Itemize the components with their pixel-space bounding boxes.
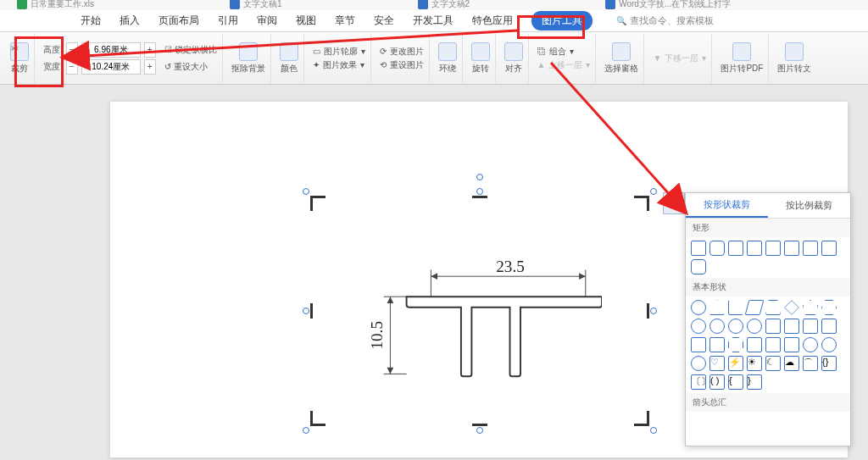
shape-arc[interactable]: ⌒: [803, 356, 818, 371]
tab-security[interactable]: 安全: [374, 14, 394, 28]
shape[interactable]: [747, 319, 762, 334]
remove-bg-button[interactable]: 抠除背景: [226, 34, 271, 83]
picture-outline-button[interactable]: ▭ 图片轮廓 ▾: [313, 46, 365, 58]
shape[interactable]: [821, 337, 837, 352]
shape-moon[interactable]: ☾: [765, 356, 781, 371]
shape-rect[interactable]: [747, 241, 762, 256]
resize-handle[interactable]: [476, 427, 483, 434]
resize-handle[interactable]: [303, 427, 309, 434]
shape-triangle[interactable]: [709, 300, 725, 315]
selected-image[interactable]: 23.5 10.5: [307, 192, 653, 430]
tab-devtools[interactable]: 开发工具: [413, 14, 453, 28]
width-dec[interactable]: −: [66, 59, 78, 75]
lock-ratio-checkbox[interactable]: ☑ 锁定纵横比: [164, 44, 217, 56]
tab-reference[interactable]: 引用: [218, 14, 238, 28]
shape-bracket[interactable]: ( ): [709, 374, 725, 390]
shape[interactable]: [821, 319, 837, 334]
shape-bracket[interactable]: 〔〕: [691, 374, 706, 390]
crop-button[interactable]: ✂ 裁剪: [5, 34, 35, 83]
rotate-button[interactable]: 旋转: [466, 34, 496, 83]
shape-cloud[interactable]: ☁: [784, 356, 799, 371]
tab-view[interactable]: 视图: [296, 14, 316, 28]
width-input[interactable]: [81, 59, 141, 75]
height-dec[interactable]: −: [66, 42, 78, 58]
crop-by-ratio-tab[interactable]: 按比例裁剪: [768, 193, 850, 218]
shape-rect[interactable]: [691, 259, 706, 274]
color-button[interactable]: 颜色: [275, 34, 304, 83]
shape[interactable]: [709, 337, 725, 352]
shape-bracket[interactable]: }: [747, 374, 762, 390]
tab-chapter[interactable]: 章节: [335, 14, 355, 28]
shape[interactable]: [803, 319, 818, 334]
shape-rect[interactable]: [691, 241, 706, 256]
shape[interactable]: [765, 337, 781, 352]
tab-start[interactable]: 开始: [81, 14, 101, 28]
tab-review[interactable]: 审阅: [257, 14, 277, 28]
tab-insert[interactable]: 插入: [120, 14, 140, 28]
shape-rect[interactable]: [803, 241, 818, 256]
up-layer-button[interactable]: ▲ 上移一层 ▾: [537, 59, 591, 71]
shape[interactable]: [728, 319, 743, 334]
tab-special[interactable]: 特色应用: [472, 14, 513, 28]
shape[interactable]: [784, 337, 799, 352]
reset-picture-button[interactable]: ⟲ 重设图片: [380, 59, 424, 71]
wrap-button[interactable]: 环绕: [433, 34, 463, 83]
shape[interactable]: [784, 319, 799, 334]
shape-hexagon[interactable]: [821, 300, 837, 315]
shape-lightning[interactable]: ⚡: [728, 356, 743, 371]
picture-effects-button[interactable]: ✦ 图片效果 ▾: [313, 59, 364, 71]
to-pdf-button[interactable]: 图片转PDF: [715, 34, 769, 83]
shape[interactable]: [691, 337, 706, 352]
shape-rect[interactable]: [765, 241, 781, 256]
resize-handle[interactable]: [650, 308, 657, 314]
shape[interactable]: [728, 337, 743, 352]
shape-oval[interactable]: [691, 300, 706, 315]
doc-tab-2[interactable]: 文字文稿1: [230, 0, 282, 10]
shape-pentagon[interactable]: [803, 300, 818, 315]
command-search[interactable]: 查找命令、搜索模板: [616, 14, 714, 27]
shape-trapezoid[interactable]: [765, 300, 781, 315]
rotate-icon: [471, 42, 490, 61]
align-button[interactable]: 对齐: [499, 34, 529, 83]
selection-pane-button[interactable]: 选择窗格: [599, 34, 644, 83]
shape[interactable]: [691, 319, 706, 334]
shape-bracket[interactable]: {}: [821, 356, 837, 371]
to-text-button[interactable]: 图片转文: [772, 34, 816, 83]
height-input[interactable]: [81, 42, 141, 58]
combine-button[interactable]: ⿻ 组合 ▾: [537, 46, 574, 58]
shape[interactable]: [803, 337, 818, 352]
resize-handle[interactable]: [650, 188, 657, 195]
height-inc[interactable]: +: [144, 42, 156, 58]
resize-handle[interactable]: [476, 188, 483, 195]
crop-gutter-button[interactable]: ✂: [663, 192, 685, 214]
shape[interactable]: [747, 337, 762, 352]
shape-heart[interactable]: ♡: [709, 356, 725, 371]
dim-vertical: 10.5: [368, 321, 386, 350]
down-layer-button[interactable]: ▼ 下移一层 ▾: [648, 34, 712, 83]
tab-page-layout[interactable]: 页面布局: [159, 14, 199, 28]
shape[interactable]: [765, 319, 781, 334]
resize-handle[interactable]: [650, 427, 657, 434]
shape-sun[interactable]: ☀: [747, 356, 762, 371]
shape-rect[interactable]: [784, 241, 799, 256]
width-inc[interactable]: +: [144, 59, 156, 75]
shape-snip-rect[interactable]: [728, 241, 743, 256]
resize-handle[interactable]: [303, 188, 309, 195]
resize-handle[interactable]: [303, 308, 309, 314]
shape-diamond[interactable]: [784, 300, 799, 315]
doc-tab-3[interactable]: 文字文稿2: [418, 0, 470, 10]
shape[interactable]: [709, 319, 725, 334]
tab-image-tools[interactable]: 图片工具: [531, 11, 593, 30]
shape[interactable]: [691, 356, 706, 371]
doc-tab-1[interactable]: 日常重要工作.xls: [17, 0, 94, 10]
change-picture-button[interactable]: ⟳ 更改图片: [380, 46, 424, 58]
crop-by-shape-tab[interactable]: 按形状裁剪: [686, 193, 768, 218]
reset-size-button[interactable]: ↺ 重设大小: [164, 61, 208, 73]
shape-round-rect[interactable]: [709, 241, 725, 256]
doc-tab-4[interactable]: Word文字技...在下划线上打字: [605, 0, 731, 10]
shape-rect[interactable]: [821, 241, 837, 256]
shape-rt-triangle[interactable]: [728, 300, 743, 315]
rotate-handle[interactable]: [476, 174, 483, 180]
shape-bracket[interactable]: {: [728, 374, 743, 390]
shape-parallelogram[interactable]: [745, 300, 765, 315]
